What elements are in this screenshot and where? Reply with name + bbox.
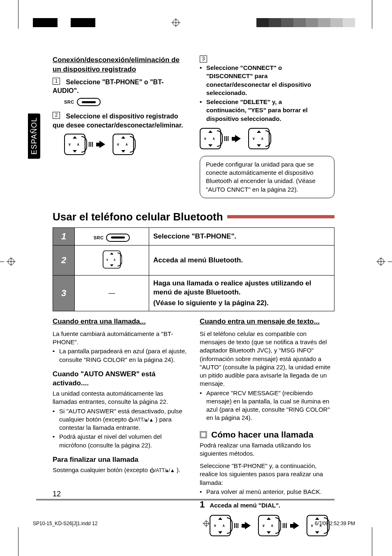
registration-target-icon xyxy=(171,18,180,27)
table-row: 3 — Haga una llamada o realice ajustes u… xyxy=(53,275,334,311)
color-swatches-right xyxy=(256,18,355,27)
subheading-make-call: Cómo hacer una llamada xyxy=(200,430,334,440)
row-number: 2 xyxy=(53,245,75,275)
heading-incoming-call: Cuando entra una llamada... xyxy=(53,317,187,327)
table-row: 2 ∨∧ Acceda al menú Bluetooth. xyxy=(53,245,334,275)
power-att-eject-icons: ⏻/ATT/⏏/▲ xyxy=(150,468,175,473)
section-heading: Usar el teléfono celular Bluetooth xyxy=(53,211,223,223)
make-call-p2: Seleccione "BT-PHONE" y, a continuación,… xyxy=(200,462,334,487)
dial-step-num: 1 xyxy=(200,499,205,510)
heading-end-call: Para finalizar una llamada xyxy=(53,455,187,464)
language-tab: ESPAÑOL xyxy=(28,114,40,159)
step-number-2: 2 xyxy=(53,112,60,119)
power-att-eject-icons: ⏻/ATT/⏏/▲ xyxy=(128,417,154,423)
row-text-main: Haga una llamada o realice ajustes utili… xyxy=(153,279,311,296)
bullet: Podrá ajustar el nivel del volumen del m… xyxy=(53,433,187,449)
registration-target-icon xyxy=(203,520,210,527)
registration-target-icon xyxy=(0,257,21,266)
control-dial-icon: ∨∧ xyxy=(64,134,85,155)
row-icon: SRC xyxy=(75,227,149,245)
step3-bullets: Seleccione "CONNECT" o "DISCONNECT" para… xyxy=(200,64,322,123)
table-row: 1 SRC Seleccione "BT-PHONE". xyxy=(53,227,334,245)
auto-answer-para: La unidad contesta automáticamente las l… xyxy=(53,389,187,406)
make-call-p1: Podrá realizar una llamada utilizando lo… xyxy=(200,441,334,458)
register-bar-top xyxy=(0,16,392,29)
control-dial-icon: ∨∧ xyxy=(200,128,221,149)
heading-incoming-msg: Cuando entra un mensaje de texto... xyxy=(200,317,334,327)
row-icon: ∨∧ xyxy=(75,245,149,275)
row-number: 1 xyxy=(53,227,75,245)
incoming-para: La fuente cambiará automáticamente a "BT… xyxy=(53,330,187,347)
step3-bullet: Seleccione "DELETE" y, a continuación, "… xyxy=(200,98,322,123)
note-text: Puede configurar la unidad para que se c… xyxy=(206,161,316,193)
heading-auto-answer: Cuando "AUTO ANSWER" está activado.... xyxy=(53,370,187,388)
square-bullet-icon xyxy=(200,431,207,438)
msg-para: Si el teléfono celular es compatible con… xyxy=(200,330,334,388)
heading-rule xyxy=(227,215,334,218)
registration-target-icon xyxy=(371,257,392,266)
row-text: Haga una llamada o realice ajustes utili… xyxy=(149,275,334,311)
bullet: Si "AUTO ANSWER" está desactivado, pulse… xyxy=(53,407,187,432)
end-call-para: Sostenga cualquier botón (excepto ⏻/ATT/… xyxy=(53,466,187,474)
step-number-3: 3 xyxy=(200,56,207,63)
arrow-icon xyxy=(99,141,105,148)
section-heading-row: Usar el teléfono celular Bluetooth xyxy=(53,211,334,223)
crop-mark xyxy=(18,527,18,556)
page-number: 12 xyxy=(53,490,61,498)
end-call-pre: Sostenga cualquier botón (excepto xyxy=(53,466,150,473)
bullet: Aparece "RCV MESSAGE" (recibiendo mensaj… xyxy=(200,389,334,422)
arrow-icon xyxy=(89,142,93,147)
arrow-icon xyxy=(235,135,241,142)
step-table: 1 SRC Seleccione "BT-PHONE". 2 ∨∧ xyxy=(53,227,334,311)
bullet: Para volver al menú anterior, pulse BACK… xyxy=(200,488,334,496)
footer-file: SP10-15_KD-S26[J]1.indd 12 xyxy=(33,521,97,526)
footer-date: 6/7/09 2:52:39 PM xyxy=(315,521,355,526)
col-left-lower: Cuando entra una llamada... La fuente ca… xyxy=(53,317,187,538)
col-left-top: Conexión/desconexión/eliminación de un d… xyxy=(53,56,187,198)
row-text: Seleccione "BT-PHONE". xyxy=(149,227,334,245)
src-label: SRC xyxy=(94,235,104,240)
col-right-top: 3 Seleccione "CONNECT" o "DISCONNECT" pa… xyxy=(200,56,334,198)
print-footer: SP10-15_KD-S26[J]1.indd 12 6/7/09 2:52:3… xyxy=(33,520,355,527)
step1-text: Seleccione "BT-PHONE" o "BT-AUDIO". xyxy=(53,79,164,95)
step3-bullet: Seleccione "CONNECT" o "DISCONNECT" para… xyxy=(200,64,322,97)
step2-text: Seleccione el dispositivo registrado que… xyxy=(53,113,183,129)
note-box: Puede configurar la unidad para que se c… xyxy=(200,156,334,198)
row-icon: — xyxy=(75,275,149,311)
row-number: 3 xyxy=(53,275,75,311)
subheading-text: Cómo hacer una llamada xyxy=(211,430,314,440)
col-right-lower: Cuando entra un mensaje de texto... Si e… xyxy=(200,317,334,538)
row-text: Acceda al menú Bluetooth. xyxy=(149,245,334,275)
src-button-icon xyxy=(77,98,101,106)
control-dial-icon: ∨∧ xyxy=(103,250,121,269)
bullet: La pantalla parpadeará en azul (para el … xyxy=(53,347,187,364)
dial-step-text: Acceda al menú "DIAL". xyxy=(210,502,280,509)
page-rule xyxy=(53,499,334,500)
row-text-sub: (Véase lo siguiente y la página 22). xyxy=(153,299,330,308)
end-call-post: ). xyxy=(177,466,180,473)
control-dial-icon: ∨∧ xyxy=(248,128,270,149)
step-number-1: 1 xyxy=(53,78,60,85)
color-swatches-left xyxy=(33,18,95,27)
control-dial-icon: ∨∧ xyxy=(113,134,134,155)
src-label: SRC xyxy=(64,100,74,104)
arrow-icon xyxy=(224,136,228,141)
crop-mark xyxy=(372,527,372,556)
src-button-icon xyxy=(106,234,130,242)
heading-connection: Conexión/desconexión/eliminación de un d… xyxy=(53,56,187,74)
